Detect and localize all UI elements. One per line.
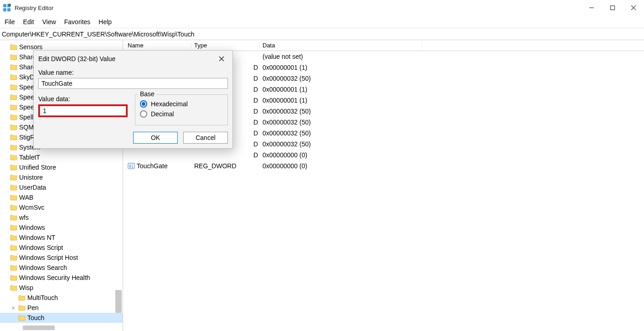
dialog-close-button[interactable]: [215, 52, 228, 65]
tree-item[interactable]: MultiTouch: [0, 293, 123, 303]
folder-icon: [10, 224, 17, 231]
folder-icon: [10, 144, 17, 150]
tree-item[interactable]: Windows Script: [0, 243, 123, 253]
menubar: File Edit View Favorites Help: [0, 16, 644, 28]
tree-item[interactable]: WAB: [0, 192, 123, 202]
expander-icon[interactable]: >: [10, 305, 16, 310]
radio-dec-label: Decimal: [151, 110, 174, 118]
tree-item-label: Touch: [27, 314, 44, 321]
tree-item[interactable]: WcmSvc: [0, 202, 123, 212]
address-text: Computer\HKEY_CURRENT_USER\Software\Micr…: [2, 31, 194, 38]
cell-type: D: [191, 151, 260, 159]
cell-data: 0x00000000 (0): [260, 162, 644, 170]
folder-icon: [10, 254, 17, 261]
tree-item[interactable]: Windows: [0, 222, 123, 233]
folder-icon: [18, 315, 26, 321]
tree-item-label: Wisp: [19, 284, 33, 291]
list-row[interactable]: D0x00000000 (0): [123, 150, 644, 160]
folder-icon: [10, 154, 17, 160]
regedit-icon: [3, 4, 11, 12]
cancel-button[interactable]: Cancel: [183, 132, 228, 144]
titlebar: Registry Editor: [0, 0, 644, 16]
value-data-input[interactable]: [40, 106, 126, 116]
cell-data: (value not set): [260, 53, 644, 60]
radio-dec[interactable]: Decimal: [140, 110, 223, 118]
tree-item-label: Windows Search: [19, 264, 67, 271]
folder-icon: [10, 274, 17, 281]
radio-hex[interactable]: Hexadecimal: [140, 100, 223, 108]
tree-item[interactable]: Windows Search: [0, 263, 123, 273]
tree-item[interactable]: wfs: [0, 212, 123, 222]
tree-item-label: Windows Script: [19, 244, 63, 251]
tree-item-label: Windows: [19, 224, 45, 231]
cell-data: 0x00000032 (50): [260, 108, 644, 115]
tree-item[interactable]: Unified Store: [0, 162, 123, 172]
window-title: Registry Editor: [15, 5, 53, 11]
window-controls: [581, 0, 644, 16]
folder-icon: [10, 64, 17, 70]
folder-icon: [18, 295, 26, 301]
dialog-titlebar: Edit DWORD (32-bit) Value: [34, 51, 232, 67]
vertical-scrollbar[interactable]: [115, 290, 122, 313]
cell-type: REG_DWORD: [191, 162, 260, 170]
tree-item[interactable]: Windows NT: [0, 233, 123, 243]
tree-item-label: UserData: [19, 184, 46, 191]
folder-icon: [10, 234, 17, 241]
cell-data: 0x00000000 (0): [260, 151, 644, 159]
folder-icon: [10, 104, 17, 110]
svg-rect-6: [611, 6, 615, 10]
tree-item-label: Windows Security Health: [19, 274, 90, 281]
tree-item-label: Windows Script Host: [19, 254, 78, 261]
menu-file[interactable]: File: [5, 18, 15, 26]
tree-item-label: wfs: [19, 214, 29, 221]
cell-data: 0x00000032 (50): [260, 119, 644, 126]
folder-icon: [10, 174, 17, 181]
tree-item-label: WcmSvc: [19, 204, 44, 211]
dword-icon: 01: [128, 162, 135, 170]
svg-rect-0: [3, 4, 6, 7]
list-row[interactable]: 01TouchGateREG_DWORD0x00000000 (0): [123, 160, 644, 171]
tree-item[interactable]: Windows Security Health: [0, 273, 123, 283]
tree-item-label: TabletT: [19, 154, 40, 161]
folder-icon: [10, 44, 17, 50]
menu-edit[interactable]: Edit: [23, 18, 34, 26]
column-headers[interactable]: Name Type Data: [123, 40, 644, 51]
tree-item[interactable]: TabletT: [0, 152, 123, 162]
minimize-button[interactable]: [581, 0, 602, 16]
tree-item[interactable]: >Pen: [0, 303, 123, 313]
tree-item-label: Unistore: [19, 174, 43, 181]
tree-item[interactable]: UserData: [0, 182, 123, 192]
tree-item[interactable]: Touch: [0, 313, 123, 323]
cell-data: 0x00000001 (1): [260, 64, 644, 71]
menu-view[interactable]: View: [42, 18, 56, 26]
folder-icon: [10, 74, 17, 80]
cell-data: 0x00000032 (50): [260, 75, 644, 82]
ok-button[interactable]: OK: [133, 132, 178, 144]
horizontal-scrollbar[interactable]: [23, 326, 55, 330]
cell-data: 0x00000001 (1): [260, 86, 644, 93]
close-button[interactable]: [623, 0, 644, 16]
column-type[interactable]: Type: [191, 42, 260, 49]
menu-favorites[interactable]: Favorites: [64, 18, 91, 26]
tree-item[interactable]: Wisp: [0, 283, 123, 293]
svg-rect-3: [7, 8, 10, 11]
folder-icon: [10, 114, 17, 120]
folder-icon: [10, 204, 17, 211]
folder-icon: [10, 84, 17, 90]
value-data-label: Value data:: [38, 95, 128, 103]
tree-item-label: Pen: [27, 304, 39, 311]
column-data[interactable]: Data: [260, 42, 422, 49]
maximize-button[interactable]: [602, 0, 623, 16]
address-bar[interactable]: Computer\HKEY_CURRENT_USER\Software\Micr…: [0, 28, 644, 40]
value-name-input[interactable]: [38, 78, 228, 89]
column-name[interactable]: Name: [123, 42, 191, 49]
dialog-title-text: Edit DWORD (32-bit) Value: [38, 55, 115, 62]
tree-item[interactable]: Unistore: [0, 172, 123, 182]
cell-data: 0x00000032 (50): [260, 129, 644, 137]
folder-icon: [18, 305, 26, 311]
tree-item-label: Unified Store: [19, 164, 56, 171]
folder-icon: [10, 214, 17, 221]
menu-help[interactable]: Help: [98, 18, 112, 26]
tree-item[interactable]: Windows Script Host: [0, 253, 123, 263]
tree-item-label: WAB: [19, 194, 33, 201]
